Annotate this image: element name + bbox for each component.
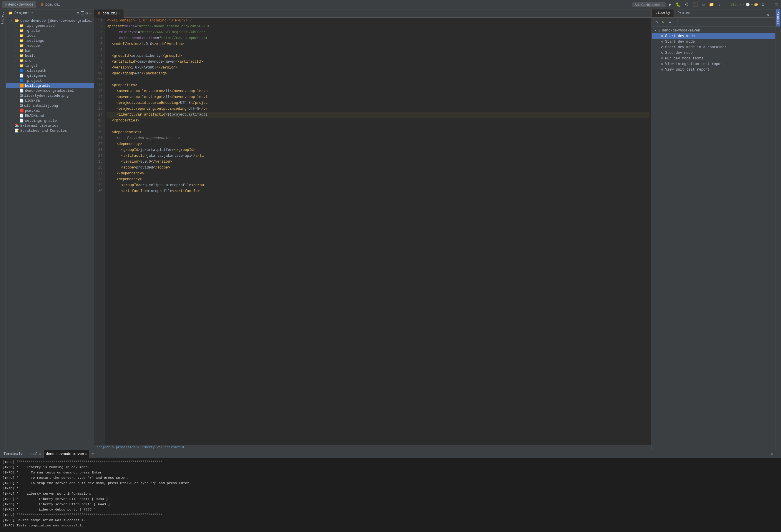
terminal-line-4: [INFO] * To restart the server, type 'r'… bbox=[2, 475, 779, 481]
tree-item-bin[interactable]: ▸ 📁 bin bbox=[6, 48, 94, 53]
terminal-tab-maven[interactable]: demo-devmode-maven ✕ bbox=[44, 450, 90, 458]
liberty-tab-liberty[interactable]: Liberty bbox=[652, 9, 674, 17]
liberty-item-unit-report[interactable]: ⚙ View unit test report bbox=[652, 67, 775, 72]
maximize-icon[interactable]: □ bbox=[774, 2, 779, 8]
liberty-minimize-icon[interactable]: — bbox=[771, 13, 773, 17]
root-node-label: demo-devmode-maven bbox=[662, 29, 700, 33]
tree-item-pom[interactable]: ▸ 🟥 pom.xml bbox=[6, 108, 94, 113]
project-settings-icon[interactable]: ⚙ bbox=[85, 11, 88, 15]
down-icon[interactable]: ↓ bbox=[717, 2, 722, 8]
terminal-line-12: [INFO] Source compilation was successful… bbox=[2, 518, 779, 523]
terminal-content[interactable]: [INFO] *********************************… bbox=[0, 458, 781, 532]
terminal-tabs-bar: Terminal: Local ✕ demo-devmode-maven ✕ +… bbox=[0, 450, 781, 458]
terminal-add-tab[interactable]: + bbox=[90, 451, 96, 457]
up-icon[interactable]: ↑ bbox=[723, 2, 728, 8]
tree-item-gitignore[interactable]: ▸ 📄 .gitignore bbox=[6, 73, 94, 78]
code-line-6 bbox=[107, 47, 649, 53]
tree-item-scratches[interactable]: ▸ 📝 Scratches and Consoles bbox=[6, 128, 94, 133]
rerun-icon[interactable]: ↻ bbox=[701, 1, 706, 8]
run-toolbar: ▶ 🐛 ⏱ ⬛ ↻ 📁 ↓ ↑ bbox=[668, 1, 728, 8]
tree-item-src[interactable]: ▸ 📁 src bbox=[6, 58, 94, 63]
code-line-2: <project xmlns="http://maven.apache.org/… bbox=[107, 24, 649, 30]
pom-icon: 🗎 bbox=[41, 2, 44, 7]
editor-tab-pom[interactable]: 🗎 pom.xml ✕ bbox=[94, 9, 124, 18]
settings-icon[interactable]: ⚙ bbox=[761, 1, 766, 8]
liberty-item-start-dev[interactable]: ⚙ Start dev mode bbox=[652, 33, 775, 39]
tree-item-iml[interactable]: ▸ 📄 demo-devmode-gradle.iml bbox=[6, 88, 94, 93]
tree-item-gradle[interactable]: ▸ 📁 .gradle bbox=[6, 28, 94, 33]
code-area[interactable]: <?xml version='1.0' encoding='UTF-8'?> ✓… bbox=[105, 18, 652, 445]
debug-icon[interactable]: 🐛 bbox=[674, 1, 682, 8]
project-folder-icon: 📁 bbox=[8, 11, 13, 15]
liberty-tab-projects[interactable]: Projects bbox=[674, 9, 698, 17]
devmode-label: demo-devmode bbox=[8, 3, 33, 7]
liberty-group-icon[interactable]: ⋮ bbox=[674, 19, 681, 25]
root-expand-arrow: ▾ bbox=[654, 28, 656, 33]
tree-item-readme[interactable]: ▸ 📄 README.md bbox=[6, 113, 94, 118]
minimize-icon[interactable]: — bbox=[767, 2, 772, 8]
coverage-icon[interactable]: ⏱ bbox=[684, 2, 690, 8]
project-title: Project bbox=[14, 11, 29, 15]
project-dropdown-icon[interactable]: ▾ bbox=[31, 11, 33, 15]
tree-item-build-folder[interactable]: ▸ 📁 build bbox=[6, 53, 94, 58]
title-tab-pom[interactable]: 🗎 pom.xml bbox=[38, 1, 63, 8]
liberty-item-stop-dev[interactable]: ⚙ Stop dev mode bbox=[652, 50, 775, 55]
liberty-item-start-dev-dots[interactable]: ⚙ Start dev mode... bbox=[652, 39, 775, 44]
liberty-filter-icon[interactable]: ≡ bbox=[667, 19, 672, 25]
breadcrumb: project > properties > liberty.var.artif… bbox=[94, 445, 652, 450]
title-tab-devmode[interactable]: ⚙ demo-devmode bbox=[2, 1, 36, 8]
code-line-3: xmlns:xsi="http://www.w3.org/2001/XMLSch… bbox=[107, 30, 649, 35]
terminal-line-1: [INFO] *********************************… bbox=[2, 459, 779, 464]
liberty-item-start-container[interactable]: ⚙ Start dev mode in a container bbox=[652, 44, 775, 50]
tree-item-vscode-png[interactable]: ▸ 🖼 libertydev_vscode.png bbox=[6, 93, 94, 98]
git-undo[interactable]: ↩ bbox=[751, 3, 753, 6]
project-minimize-icon[interactable]: — bbox=[89, 11, 91, 15]
project-panel: 📁 Project ▾ ⚙ ☰ ⚙ — ▾ 📂 demo-devmode [de… bbox=[6, 9, 94, 450]
tree-item-target[interactable]: ▸ 📁 target bbox=[6, 63, 94, 68]
project-options-icon[interactable]: ☰ bbox=[80, 11, 84, 15]
tree-item-vscode[interactable]: ▸ 📁 .vscode bbox=[6, 43, 94, 48]
project-gear-icon[interactable]: ⚙ bbox=[77, 11, 79, 15]
terminal-line-7: [INFO] * Liberty server port information… bbox=[2, 491, 779, 496]
tree-item-external-libs[interactable]: ▸ 📚 External Libraries bbox=[6, 123, 94, 128]
terminal-minimize-icon[interactable]: — bbox=[775, 451, 777, 456]
add-config-button[interactable]: Add Configuration... bbox=[632, 2, 666, 7]
liberty-refresh-icon[interactable]: ↻ bbox=[654, 19, 659, 25]
terminal-local-close[interactable]: ✕ bbox=[39, 452, 41, 456]
run-tests-label: Run dev mode tests bbox=[665, 56, 703, 60]
tree-root[interactable]: ▾ 📂 demo-devmode [demo-devmode-gradle] ~… bbox=[6, 18, 94, 23]
code-line-27: </dependency> bbox=[107, 171, 649, 176]
liberty-root-node[interactable]: ▾ ☕ demo-devmode-maven bbox=[652, 28, 775, 33]
terminal-maven-close[interactable]: ✕ bbox=[85, 452, 87, 456]
liberty-settings-icon[interactable]: ⚙ bbox=[767, 13, 769, 17]
tree-item-project[interactable]: ▸ 🔵 .project bbox=[6, 78, 94, 83]
code-line-4: xsi:schemaLocation="http://maven.apache.… bbox=[107, 35, 649, 41]
run-icon[interactable]: ▶ bbox=[668, 1, 673, 8]
liberty-side-label[interactable]: Liberty bbox=[776, 9, 780, 27]
integration-report-icon: ⚙ bbox=[661, 62, 663, 66]
tree-item-idea[interactable]: ▸ 📁 .idea bbox=[6, 33, 94, 38]
editor-tabs: 🗎 pom.xml ✕ bbox=[94, 9, 652, 18]
root-node-icon: ☕ bbox=[658, 28, 660, 33]
pom-tab-close[interactable]: ✕ bbox=[119, 12, 121, 15]
project-label[interactable]: Project bbox=[1, 9, 5, 27]
terminal-line-10: [INFO] * Liberty debug port: [ 7777 ] bbox=[2, 507, 779, 512]
terminal-line-13: [INFO] Tests compilation was successful. bbox=[2, 523, 779, 528]
tree-item-intellij-png[interactable]: ▸ 🖼 olt_intellij.png bbox=[6, 103, 94, 108]
tree-item-license[interactable]: ▸ 📄 LICENSE bbox=[6, 98, 94, 103]
git-clock[interactable]: 🕐 bbox=[746, 3, 750, 6]
liberty-item-integration-report[interactable]: ⚙ View integration test report bbox=[652, 61, 775, 67]
terminal-line-2: [INFO] * Liberty is running in dev mode. bbox=[2, 464, 779, 470]
terminal-tab-local[interactable]: Local ✕ bbox=[25, 450, 44, 458]
liberty-run-icon[interactable]: ▶ bbox=[661, 19, 665, 25]
git-folder-remote[interactable]: 📂 bbox=[754, 3, 758, 6]
tree-item-settings[interactable]: ▸ 📁 .settings bbox=[6, 38, 94, 43]
terminal-settings-icon[interactable]: ⚙ bbox=[771, 451, 773, 456]
tree-item-apt[interactable]: ▸ 📁 .apt_generated bbox=[6, 23, 94, 28]
stop-icon[interactable]: ⬛ bbox=[692, 1, 699, 8]
folder-icon[interactable]: 📁 bbox=[708, 1, 715, 8]
tree-item-build-gradle[interactable]: ▸ 🟧 build.gradle bbox=[6, 83, 94, 88]
tree-item-classpath[interactable]: ▸ 🔵 .classpath bbox=[6, 68, 94, 73]
tree-item-settings-gradle[interactable]: ▸ 📄 settings.gradle bbox=[6, 118, 94, 123]
liberty-item-run-tests[interactable]: ⚙ Run dev mode tests bbox=[652, 55, 775, 61]
